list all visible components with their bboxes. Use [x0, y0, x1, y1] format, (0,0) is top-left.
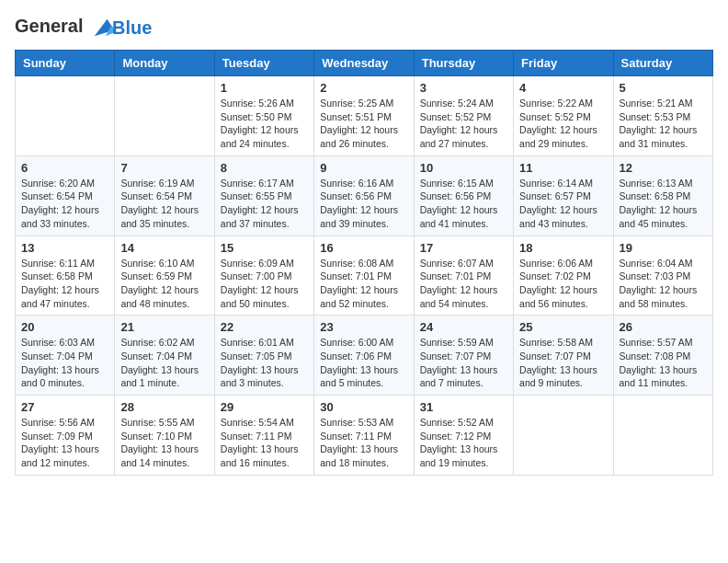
- daylight-text: Daylight: 13 hours and 12 minutes.: [21, 443, 99, 468]
- day-number: 19: [620, 241, 707, 255]
- daylight-text: Daylight: 12 hours and 31 minutes.: [620, 124, 698, 149]
- sunset-text: Sunset: 7:07 PM: [420, 350, 492, 362]
- daylight-text: Daylight: 12 hours and 56 minutes.: [519, 284, 597, 309]
- daylight-text: Daylight: 12 hours and 39 minutes.: [320, 204, 398, 229]
- sunset-text: Sunset: 6:54 PM: [21, 190, 93, 201]
- cell-content: Sunrise: 6:20 AM Sunset: 6:54 PM Dayligh…: [21, 177, 108, 231]
- sunrise-text: Sunrise: 6:15 AM: [420, 178, 494, 189]
- calendar-cell: 27 Sunrise: 5:56 AM Sunset: 7:09 PM Dayl…: [16, 396, 115, 476]
- calendar-cell: 25 Sunrise: 5:58 AM Sunset: 7:07 PM Dayl…: [514, 316, 613, 396]
- day-number: 28: [120, 400, 208, 414]
- daylight-text: Daylight: 13 hours and 9 minutes.: [519, 364, 597, 389]
- sunrise-text: Sunrise: 6:03 AM: [21, 337, 95, 348]
- day-number: 12: [620, 161, 707, 175]
- daylight-text: Daylight: 13 hours and 7 minutes.: [420, 364, 498, 389]
- logo: General Blue: [15, 15, 152, 40]
- cell-content: Sunrise: 5:55 AM Sunset: 7:10 PM Dayligh…: [120, 416, 208, 470]
- calendar-cell: 16 Sunrise: 6:08 AM Sunset: 7:01 PM Dayl…: [314, 236, 414, 316]
- weekday-header-cell: Sunday: [16, 51, 115, 76]
- daylight-text: Daylight: 13 hours and 11 minutes.: [620, 364, 698, 389]
- calendar-week-row: 20 Sunrise: 6:03 AM Sunset: 7:04 PM Dayl…: [16, 316, 713, 396]
- calendar-cell: 3 Sunrise: 5:24 AM Sunset: 5:52 PM Dayli…: [414, 76, 513, 156]
- sunset-text: Sunset: 7:09 PM: [21, 431, 93, 442]
- sunset-text: Sunset: 7:01 PM: [420, 270, 492, 282]
- calendar-cell: 17 Sunrise: 6:07 AM Sunset: 7:01 PM Dayl…: [414, 236, 513, 316]
- sunset-text: Sunset: 5:50 PM: [221, 111, 292, 122]
- day-number: 23: [320, 320, 407, 334]
- day-number: 21: [120, 320, 208, 334]
- calendar-cell: 1 Sunrise: 5:26 AM Sunset: 5:50 PM Dayli…: [214, 76, 313, 156]
- sunset-text: Sunset: 5:52 PM: [519, 111, 591, 122]
- daylight-text: Daylight: 12 hours and 24 minutes.: [221, 124, 299, 149]
- calendar-cell: [613, 396, 712, 476]
- calendar-cell: 30 Sunrise: 5:53 AM Sunset: 7:11 PM Dayl…: [314, 396, 414, 476]
- sunrise-text: Sunrise: 6:02 AM: [120, 337, 194, 348]
- sunset-text: Sunset: 7:10 PM: [120, 431, 192, 442]
- cell-content: Sunrise: 6:15 AM Sunset: 6:56 PM Dayligh…: [420, 177, 507, 231]
- calendar-cell: 29 Sunrise: 5:54 AM Sunset: 7:11 PM Dayl…: [214, 396, 313, 476]
- day-number: 15: [221, 241, 308, 255]
- calendar-cell: 15 Sunrise: 6:09 AM Sunset: 7:00 PM Dayl…: [214, 236, 313, 316]
- sunrise-text: Sunrise: 6:14 AM: [519, 178, 593, 189]
- cell-content: Sunrise: 6:14 AM Sunset: 6:57 PM Dayligh…: [519, 177, 607, 231]
- cell-content: Sunrise: 6:16 AM Sunset: 6:56 PM Dayligh…: [320, 177, 407, 231]
- sunrise-text: Sunrise: 5:58 AM: [519, 337, 593, 348]
- daylight-text: Daylight: 13 hours and 1 minute.: [120, 364, 199, 389]
- day-number: 10: [420, 161, 507, 175]
- day-number: 7: [120, 161, 208, 175]
- daylight-text: Daylight: 12 hours and 50 minutes.: [221, 284, 299, 309]
- day-number: 16: [320, 241, 407, 255]
- day-number: 3: [420, 81, 507, 95]
- weekday-header-row: SundayMondayTuesdayWednesdayThursdayFrid…: [16, 51, 713, 76]
- sunset-text: Sunset: 6:56 PM: [320, 190, 392, 201]
- cell-content: Sunrise: 6:06 AM Sunset: 7:02 PM Dayligh…: [519, 257, 607, 311]
- cell-content: Sunrise: 5:21 AM Sunset: 5:53 PM Dayligh…: [620, 97, 707, 151]
- sunrise-text: Sunrise: 6:19 AM: [120, 178, 194, 189]
- sunset-text: Sunset: 7:04 PM: [120, 350, 192, 362]
- day-number: 25: [519, 320, 607, 334]
- calendar-cell: 6 Sunrise: 6:20 AM Sunset: 6:54 PM Dayli…: [16, 155, 115, 236]
- sunrise-text: Sunrise: 5:21 AM: [620, 98, 693, 109]
- cell-content: Sunrise: 6:08 AM Sunset: 7:01 PM Dayligh…: [320, 257, 407, 311]
- cell-content: Sunrise: 5:57 AM Sunset: 7:08 PM Dayligh…: [620, 336, 707, 390]
- sunset-text: Sunset: 7:01 PM: [320, 270, 392, 282]
- weekday-header-cell: Wednesday: [314, 51, 414, 76]
- cell-content: Sunrise: 5:24 AM Sunset: 5:52 PM Dayligh…: [420, 97, 507, 151]
- daylight-text: Daylight: 13 hours and 5 minutes.: [320, 364, 398, 389]
- weekday-header-cell: Tuesday: [214, 51, 313, 76]
- sunset-text: Sunset: 6:55 PM: [221, 190, 292, 201]
- day-number: 20: [21, 320, 108, 334]
- calendar-cell: 14 Sunrise: 6:10 AM Sunset: 6:59 PM Dayl…: [115, 236, 214, 316]
- cell-content: Sunrise: 6:17 AM Sunset: 6:55 PM Dayligh…: [221, 177, 308, 231]
- calendar-cell: 18 Sunrise: 6:06 AM Sunset: 7:02 PM Dayl…: [514, 236, 613, 316]
- daylight-text: Daylight: 13 hours and 16 minutes.: [221, 443, 299, 468]
- sunset-text: Sunset: 7:12 PM: [420, 431, 492, 442]
- daylight-text: Daylight: 13 hours and 19 minutes.: [420, 443, 498, 468]
- calendar-cell: 12 Sunrise: 6:13 AM Sunset: 6:58 PM Dayl…: [613, 155, 712, 236]
- calendar-week-row: 1 Sunrise: 5:26 AM Sunset: 5:50 PM Dayli…: [16, 76, 713, 156]
- sunset-text: Sunset: 7:02 PM: [519, 270, 591, 282]
- sunset-text: Sunset: 7:08 PM: [620, 350, 691, 362]
- sunset-text: Sunset: 7:00 PM: [221, 270, 292, 282]
- cell-content: Sunrise: 5:59 AM Sunset: 7:07 PM Dayligh…: [420, 336, 507, 390]
- sunrise-text: Sunrise: 5:56 AM: [21, 417, 95, 428]
- day-number: 30: [320, 400, 407, 414]
- cell-content: Sunrise: 5:22 AM Sunset: 5:52 PM Dayligh…: [519, 97, 607, 151]
- sunrise-text: Sunrise: 5:54 AM: [221, 417, 294, 428]
- day-number: 2: [320, 81, 407, 95]
- sunset-text: Sunset: 7:11 PM: [221, 431, 292, 442]
- calendar-cell: 19 Sunrise: 6:04 AM Sunset: 7:03 PM Dayl…: [613, 236, 712, 316]
- day-number: 26: [620, 320, 707, 334]
- cell-content: Sunrise: 5:25 AM Sunset: 5:51 PM Dayligh…: [320, 97, 407, 151]
- cell-content: Sunrise: 6:04 AM Sunset: 7:03 PM Dayligh…: [620, 257, 707, 311]
- cell-content: Sunrise: 5:54 AM Sunset: 7:11 PM Dayligh…: [221, 416, 308, 470]
- sunrise-text: Sunrise: 6:07 AM: [420, 258, 494, 269]
- sunrise-text: Sunrise: 6:16 AM: [320, 178, 393, 189]
- weekday-header-cell: Saturday: [613, 51, 712, 76]
- calendar-week-row: 27 Sunrise: 5:56 AM Sunset: 7:09 PM Dayl…: [16, 396, 713, 476]
- sunrise-text: Sunrise: 6:09 AM: [221, 258, 294, 269]
- sunset-text: Sunset: 6:59 PM: [120, 270, 192, 282]
- calendar-cell: 24 Sunrise: 5:59 AM Sunset: 7:07 PM Dayl…: [414, 316, 513, 396]
- daylight-text: Daylight: 12 hours and 41 minutes.: [420, 204, 498, 229]
- calendar-cell: 23 Sunrise: 6:00 AM Sunset: 7:06 PM Dayl…: [314, 316, 414, 396]
